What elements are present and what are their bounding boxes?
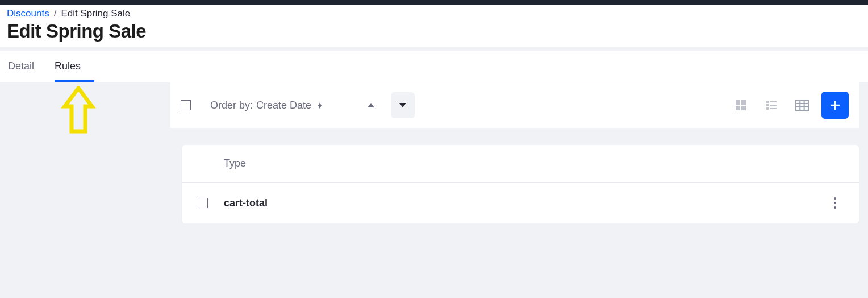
order-by-prefix: Order by: xyxy=(210,100,253,111)
svg-point-19 xyxy=(834,206,836,209)
order-by-dropdown[interactable]: Order by: Create Date ▲▼ xyxy=(210,100,323,111)
tabs-nav: Detail Rules xyxy=(0,51,868,82)
sort-double-caret-icon: ▲▼ xyxy=(317,102,323,108)
add-button[interactable] xyxy=(821,92,849,119)
sort-descending-button[interactable] xyxy=(391,92,415,118)
table-icon xyxy=(795,98,809,112)
tab-rules[interactable]: Rules xyxy=(55,51,94,82)
svg-rect-1 xyxy=(741,100,746,105)
sort-ascending-button[interactable] xyxy=(359,92,383,118)
view-cards-button[interactable] xyxy=(729,94,752,117)
caret-up-icon xyxy=(366,102,375,109)
caret-down-icon xyxy=(398,102,407,109)
svg-rect-9 xyxy=(770,108,777,109)
view-list-button[interactable] xyxy=(760,94,783,117)
table-header-row: Type xyxy=(182,145,859,183)
page-title: Edit Spring Sale xyxy=(7,20,861,42)
list-toolbar: Order by: Create Date ▲▼ xyxy=(170,82,859,128)
breadcrumb: Discounts / Edit Spring Sale xyxy=(7,8,861,19)
view-table-button[interactable] xyxy=(791,94,813,117)
svg-rect-0 xyxy=(736,100,740,105)
select-all-checkbox[interactable] xyxy=(181,100,191,110)
column-header-type[interactable]: Type xyxy=(224,158,246,169)
svg-rect-8 xyxy=(766,107,769,110)
svg-point-18 xyxy=(834,202,836,204)
breadcrumb-separator: / xyxy=(54,8,57,19)
rules-table: Type cart-total xyxy=(182,145,859,224)
plus-icon xyxy=(828,98,842,112)
kebab-icon xyxy=(833,197,837,209)
breadcrumb-current: Edit Spring Sale xyxy=(61,8,130,19)
breadcrumb-parent-link[interactable]: Discounts xyxy=(7,8,49,19)
svg-rect-7 xyxy=(770,105,777,106)
svg-point-17 xyxy=(834,197,836,200)
app-top-bar xyxy=(0,0,868,5)
row-select-checkbox[interactable] xyxy=(198,198,208,208)
row-type-value[interactable]: cart-total xyxy=(224,197,827,209)
svg-rect-3 xyxy=(741,106,746,110)
page-header: Discounts / Edit Spring Sale Edit Spring… xyxy=(0,5,868,47)
content-area: Order by: Create Date ▲▼ xyxy=(0,82,868,224)
tab-detail[interactable]: Detail xyxy=(8,51,48,82)
svg-rect-2 xyxy=(736,106,740,110)
header-divider xyxy=(0,47,868,51)
svg-rect-4 xyxy=(766,101,769,103)
svg-rect-5 xyxy=(770,101,777,102)
row-actions-button[interactable] xyxy=(827,195,843,211)
svg-rect-6 xyxy=(766,104,769,106)
list-icon xyxy=(765,98,778,112)
svg-rect-10 xyxy=(796,100,808,110)
table-row: cart-total xyxy=(182,183,859,224)
order-by-field: Create Date xyxy=(256,100,311,111)
grid-large-icon xyxy=(734,98,748,112)
annotation-arrow-icon xyxy=(60,86,97,136)
